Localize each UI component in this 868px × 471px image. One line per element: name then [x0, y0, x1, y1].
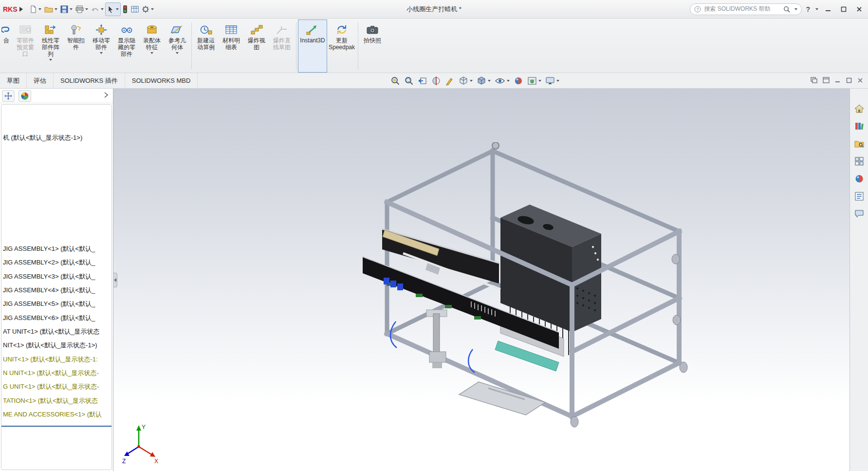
panel-expand-chevron[interactable]	[101, 92, 111, 99]
tree-item[interactable]: JIG ASSEMBLY<5> (默认<默认_	[3, 298, 111, 310]
tree-item[interactable]: JIG ASSEMBLY<4> (默认<默认_	[3, 284, 111, 296]
triad-z-label: Z	[122, 458, 126, 464]
select-tool-button[interactable]	[105, 2, 121, 16]
tree-item[interactable]: N UNIT<1> (默认<默认_显示状态-	[3, 367, 111, 379]
close-icon	[856, 6, 862, 12]
component-preview-icon	[19, 22, 32, 37]
section-view-button[interactable]	[430, 75, 442, 87]
tree-item[interactable]: JIG ASSEMBLY<1> (默认<默认_	[3, 243, 111, 255]
component-preview-window-button[interactable]: 零部件预览窗口	[13, 19, 38, 73]
move-component-button[interactable]: 移动零部件	[89, 19, 114, 73]
design-library-button[interactable]	[852, 120, 866, 132]
panel-splitter-handle[interactable]	[113, 273, 117, 287]
featuremanager-tree-tab[interactable]	[2, 90, 15, 102]
view-settings-caret[interactable]	[556, 80, 559, 82]
view-palette-button[interactable]	[852, 155, 866, 168]
tree-item[interactable]: NIT<1> (默认<默认_显示状态-1>)	[3, 339, 111, 351]
search-input[interactable]: ? 搜索 SOLIDWORKS 帮助	[690, 3, 802, 15]
reference-geometry-button[interactable]: 参考几何体	[165, 19, 190, 73]
tab-evaluate[interactable]: 评估	[27, 73, 54, 89]
maximize-button[interactable]	[838, 3, 850, 15]
apply-scene-caret[interactable]	[538, 80, 541, 82]
options-table-button[interactable]	[129, 2, 140, 16]
new-window-button[interactable]	[811, 77, 817, 85]
hide-show-items-button[interactable]	[494, 75, 511, 87]
tree-item[interactable]: JIG ASSEMBLY<2> (默认<默认_	[3, 257, 111, 268]
tree-root-item[interactable]: 机 (默认<默认_显示状态-1>)	[3, 132, 111, 144]
graphics-viewport[interactable]: Y X Z	[113, 89, 850, 471]
dynamic-annotation-views-button[interactable]	[444, 75, 456, 87]
new-motion-study-button[interactable]: 新建运动算例	[193, 19, 219, 73]
minimize-doc-button[interactable]	[835, 77, 841, 85]
tree-item[interactable]: G UNIT<1> (默认<默认_显示状态-	[3, 381, 111, 393]
explode-line-sketch-button[interactable]: 爆炸直线草图	[269, 19, 295, 73]
exploded-view-button[interactable]: 爆炸视图	[244, 19, 269, 73]
select-caret	[116, 8, 119, 10]
file-explorer-button[interactable]	[852, 137, 866, 150]
previous-view-button[interactable]	[417, 75, 428, 87]
display-style-button[interactable]	[476, 75, 492, 87]
zoom-to-area-button[interactable]	[403, 75, 415, 87]
save-caret	[70, 8, 73, 10]
undo-button[interactable]	[90, 2, 105, 16]
print-button[interactable]	[74, 2, 90, 16]
smart-fasteners-icon	[70, 22, 82, 37]
3d-model[interactable]	[354, 142, 695, 430]
custom-properties-button[interactable]	[852, 190, 866, 203]
appearances-scenes-button[interactable]	[852, 172, 866, 185]
tree-item[interactable]: JIG ASSEMBLY<6> (默认<默认_	[3, 312, 111, 324]
save-icon	[60, 5, 68, 13]
update-speedpak-button[interactable]: 更新Speedpak	[327, 19, 356, 73]
tree-pane-splitter[interactable]	[1, 426, 111, 427]
restore-doc-button[interactable]	[846, 77, 852, 85]
solidworks-logo-fragment: RKS	[3, 5, 18, 13]
cascade-windows-button[interactable]	[823, 77, 830, 85]
tab-sketch[interactable]: 草图	[0, 73, 27, 89]
print-icon	[75, 5, 84, 13]
open-button[interactable]	[43, 2, 59, 16]
tree-item[interactable]: UNIT<1> (默认<默认_显示状态-1:	[3, 354, 111, 365]
heads-up-view-toolbar	[389, 73, 560, 89]
view-orientation-caret[interactable]	[470, 80, 473, 82]
solidworks-resources-button[interactable]	[852, 102, 866, 115]
bill-of-materials-button[interactable]: 材料明细表	[219, 19, 244, 73]
show-hidden-components-button[interactable]: 显示隐藏的零部件	[114, 19, 139, 73]
edit-appearance-button[interactable]	[513, 75, 524, 87]
solidworks-window: RKS	[0, 0, 868, 471]
mate-button[interactable]: 合	[0, 19, 13, 73]
assembly-features-button[interactable]: 装配体特征	[139, 19, 165, 73]
dynamic-annotation-icon	[445, 76, 455, 86]
undo-caret	[101, 8, 104, 10]
tab-solidworks-addins[interactable]: SOLIDWORKS 插件	[54, 73, 125, 89]
hide-show-items-caret[interactable]	[507, 80, 510, 82]
tree-item[interactable]: JIG ASSEMBLY<3> (默认<默认_	[3, 271, 111, 283]
save-button[interactable]	[59, 2, 74, 16]
tab-solidworks-mbd[interactable]: SOLIDWORKS MBD	[125, 73, 198, 89]
take-snapshot-button[interactable]: 拍快照	[360, 19, 385, 73]
close-doc-button[interactable]	[857, 77, 863, 85]
help-button[interactable]: ?	[806, 5, 810, 13]
close-button[interactable]	[853, 3, 865, 15]
settings-gear-icon	[142, 5, 149, 13]
view-orientation-button[interactable]	[458, 75, 474, 87]
command-manager-tabs: 草图 评估 SOLIDWORKS 插件 SOLIDWORKS MBD	[0, 73, 868, 89]
tree-item[interactable]: TATION<1> (默认<默认_显示状态	[3, 395, 111, 407]
instant3d-button[interactable]: Instant3D	[298, 19, 327, 73]
view-settings-button[interactable]	[544, 75, 560, 87]
menu-expand-arrow-icon[interactable]	[19, 7, 23, 12]
linear-component-pattern-button[interactable]: 线性零部件阵列	[38, 19, 63, 73]
solidworks-forum-button[interactable]	[852, 207, 866, 220]
help-caret[interactable]	[815, 8, 818, 10]
rebuild-button[interactable]	[121, 2, 129, 16]
help-circle-icon: ?	[694, 6, 701, 13]
display-style-caret[interactable]	[488, 80, 491, 82]
settings-button[interactable]	[140, 2, 155, 16]
smart-fasteners-button[interactable]: 智能扣件	[63, 19, 89, 73]
tree-item[interactable]: AT UNIT<1> (默认<默认_显示状态	[3, 326, 111, 338]
zoom-to-fit-button[interactable]	[389, 75, 401, 87]
minimize-button[interactable]	[822, 3, 834, 15]
displaymanager-tab[interactable]	[18, 90, 31, 102]
new-document-button[interactable]	[28, 2, 43, 16]
tree-item[interactable]: ME AND ACCESSORIES<1> (默认	[3, 409, 111, 420]
apply-scene-button[interactable]	[526, 75, 542, 87]
